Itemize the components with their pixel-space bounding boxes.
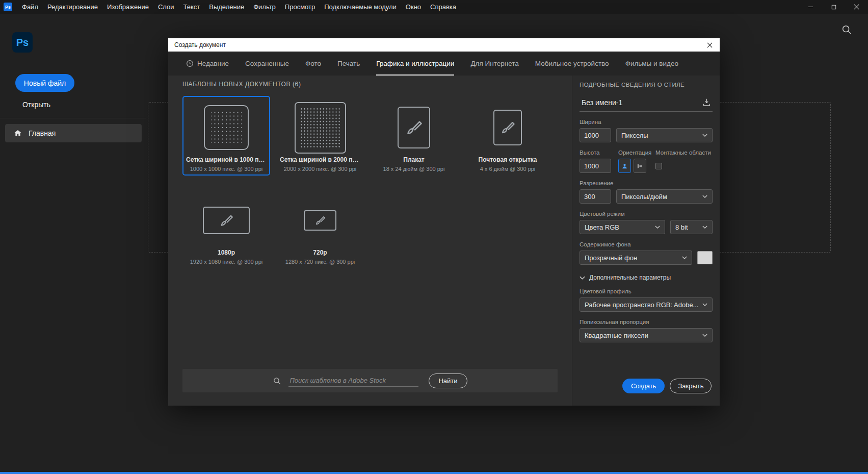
template-card-grid-1000[interactable]: Сетка шириной в 1000 пи... 1000 x 1000 п…	[182, 96, 270, 176]
sidebar-item-home-label: Главная	[29, 129, 56, 137]
menu-edit[interactable]: Редактирование	[43, 0, 102, 14]
color-mode-select[interactable]: Цвета RGB	[580, 220, 665, 234]
save-preset-button[interactable]	[701, 96, 713, 108]
open-button[interactable]: Открыть	[15, 97, 58, 112]
template-card-postcard[interactable]: Почтовая открытка 4 x 6 дюйм @ 300 ppi	[464, 96, 551, 176]
resolution-label: Разрешение	[580, 180, 713, 186]
new-file-button[interactable]: Новый файл	[15, 74, 74, 92]
template-spec: 1000 x 1000 пикс. @ 300 ppi	[190, 165, 263, 173]
tab-film-video[interactable]: Фильмы и видео	[625, 52, 678, 76]
background-select[interactable]: Прозрачный фон	[580, 251, 692, 265]
template-card-1080p[interactable]: 1080p 1920 x 1080 пикс. @ 300 ppi	[182, 189, 270, 268]
bit-depth-select[interactable]: 8 bit	[670, 220, 713, 234]
grid-icon	[295, 101, 346, 154]
menubar: Файл Редактирование Изображение Слои Тек…	[17, 0, 461, 14]
resolution-unit-select[interactable]: Пикселы/дюйм	[616, 189, 713, 204]
chevron-down-icon	[655, 226, 660, 229]
clock-icon	[186, 60, 194, 67]
menu-type[interactable]: Текст	[179, 0, 205, 14]
template-name: Плакат	[403, 156, 424, 163]
new-document-dialog: Создать документ Недавние Сохраненные Фо…	[168, 38, 720, 406]
menu-image[interactable]: Изображение	[102, 0, 153, 14]
template-name: Сетка шириной в 1000 пи...	[186, 156, 267, 163]
minimize-button[interactable]	[799, 0, 822, 14]
landscape-orientation-icon	[636, 162, 644, 170]
tab-print[interactable]: Печать	[337, 52, 360, 76]
template-spec: 2000 x 2000 пикс. @ 300 ppi	[284, 165, 357, 173]
chevron-down-icon	[702, 134, 707, 137]
brush-icon	[493, 101, 522, 154]
pixel-aspect-select[interactable]: Квадратные пиксели	[580, 328, 713, 342]
pixel-aspect-value: Квадратные пиксели	[585, 332, 648, 339]
chevron-down-icon	[702, 195, 707, 198]
height-input[interactable]	[580, 159, 611, 173]
chevron-down-icon	[702, 334, 707, 337]
menu-file[interactable]: Файл	[17, 0, 43, 14]
tab-mobile[interactable]: Мобильное устройство	[535, 52, 609, 76]
menu-layers[interactable]: Слои	[153, 0, 179, 14]
dialog-close-button[interactable]	[702, 38, 717, 52]
tab-web[interactable]: Для Интернета	[470, 52, 518, 76]
photoshop-logo-label: Ps	[16, 37, 29, 48]
bottom-accent-bar	[0, 472, 868, 474]
template-card-grid-2000[interactable]: Сетка шириной в 2000 пи... 2000 x 2000 п…	[276, 96, 364, 176]
close-dialog-button[interactable]: Закрыть	[670, 379, 712, 393]
tab-recent[interactable]: Недавние	[186, 52, 229, 76]
width-unit-value: Пикселы	[621, 132, 648, 139]
color-profile-select[interactable]: Рабочее пространство RGB: Adobe...	[580, 297, 713, 312]
width-unit-select[interactable]: Пикселы	[616, 128, 713, 142]
minimize-icon	[808, 4, 813, 10]
panel-header: ПОДРОБНЫЕ СВЕДЕНИЯ О СТИЛЕ	[580, 82, 713, 88]
templates-header: ШАБЛОНЫ НОВЫХ ДОКУМЕНТОВ (6)	[182, 81, 558, 88]
titlebar: Ps Файл Редактирование Изображение Слои …	[0, 0, 868, 14]
tab-saved[interactable]: Сохраненные	[245, 52, 289, 76]
chevron-down-icon	[682, 256, 687, 259]
width-input[interactable]	[580, 128, 611, 142]
tab-photo[interactable]: Фото	[305, 52, 321, 76]
tab-photo-label: Фото	[305, 60, 321, 67]
template-card-poster[interactable]: Плакат 18 x 24 дюйм @ 300 ppi	[370, 96, 458, 176]
document-name-input[interactable]	[580, 97, 697, 108]
brush-icon	[203, 194, 250, 247]
create-button[interactable]: Создать	[622, 379, 665, 393]
dialog-titlebar: Создать документ	[168, 38, 720, 52]
search-icon[interactable]	[840, 24, 853, 36]
find-button[interactable]: Найти	[429, 373, 467, 388]
photoshop-window: Ps Файл Редактирование Изображение Слои …	[0, 0, 868, 474]
menu-filter[interactable]: Фильтр	[249, 0, 280, 14]
menu-view[interactable]: Просмотр	[280, 0, 320, 14]
close-icon	[854, 4, 859, 10]
stock-search-bar: Найти	[182, 369, 558, 392]
resolution-input[interactable]	[580, 189, 611, 204]
advanced-options-toggle[interactable]: Дополнительные параметры	[580, 274, 713, 281]
bit-depth-value: 8 bit	[675, 223, 688, 231]
orientation-portrait-button[interactable]	[618, 159, 631, 173]
maximize-icon	[831, 5, 836, 10]
maximize-button[interactable]	[822, 0, 845, 14]
sidebar-item-home[interactable]: Главная	[5, 124, 142, 142]
app-area: Ps Новый файл Открыть Главная Создать до…	[0, 14, 868, 474]
color-profile-value: Рабочее пространство RGB: Adobe...	[585, 301, 698, 309]
tab-art-illustration[interactable]: Графика и иллюстрации	[376, 52, 454, 76]
color-mode-value: Цвета RGB	[585, 223, 619, 231]
dialog-body: ШАБЛОНЫ НОВЫХ ДОКУМЕНТОВ (6) Сетка ширин…	[168, 76, 720, 406]
tab-saved-label: Сохраненные	[245, 60, 289, 67]
templates-section: ШАБЛОНЫ НОВЫХ ДОКУМЕНТОВ (6) Сетка ширин…	[168, 76, 572, 406]
orientation-landscape-button[interactable]	[634, 159, 646, 173]
brush-icon	[398, 101, 430, 154]
menu-plugins[interactable]: Подключаемые модули	[320, 0, 401, 14]
menu-select[interactable]: Выделение	[204, 0, 249, 14]
color-profile-label: Цветовой профиль	[580, 288, 713, 294]
resolution-unit-value: Пикселы/дюйм	[621, 193, 667, 201]
menu-window[interactable]: Окно	[401, 0, 426, 14]
stock-search-input[interactable]	[288, 375, 418, 387]
artboards-checkbox[interactable]	[655, 163, 662, 169]
orientation-label: Ориентация	[618, 149, 655, 156]
template-spec: 1920 x 1080 пикс. @ 300 ppi	[190, 258, 263, 266]
tab-print-label: Печать	[337, 60, 360, 67]
menu-help[interactable]: Справка	[426, 0, 461, 14]
background-color-swatch[interactable]	[697, 251, 713, 264]
dialog-title: Создать документ	[174, 41, 226, 48]
close-button[interactable]	[845, 0, 868, 14]
template-card-720p[interactable]: 720p 1280 x 720 пикс. @ 300 ppi	[276, 189, 364, 268]
